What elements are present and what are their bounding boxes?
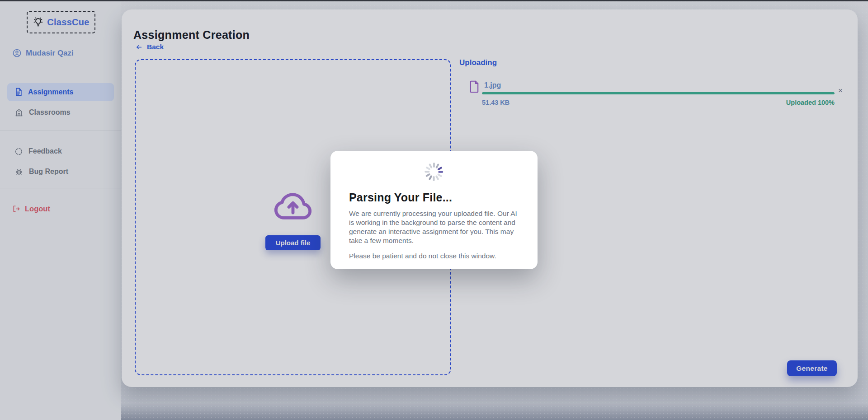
parsing-modal: Parsing Your File... We are currently pr… bbox=[330, 151, 538, 269]
loading-spinner-icon bbox=[424, 162, 444, 182]
modal-body-text: We are currently processing your uploade… bbox=[349, 209, 519, 246]
modal-title: Parsing Your File... bbox=[349, 191, 519, 204]
app-window: ClassCue Mudasir Qazi Assignments bbox=[0, 0, 868, 420]
modal-note-text: Please be patient and do not close this … bbox=[349, 252, 519, 261]
